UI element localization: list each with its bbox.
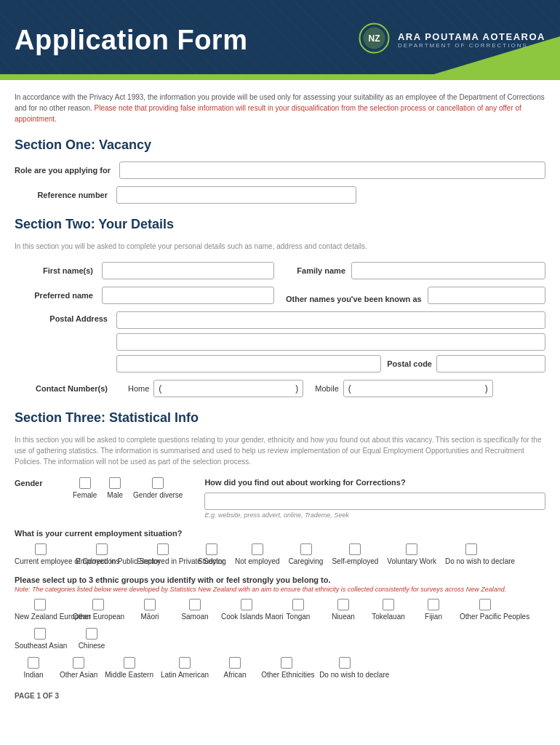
employ-public-checkbox[interactable] [96, 543, 108, 555]
svg-text:NZ: NZ [368, 33, 380, 44]
ethnic-cook-islands-checkbox[interactable] [241, 599, 252, 610]
ethnic-middle-eastern-checkbox[interactable] [124, 657, 135, 669]
ethnic-no-declare-checkbox[interactable] [339, 657, 351, 669]
preferred-name-input[interactable] [102, 287, 274, 304]
ethnicity-title: Please select up to 3 ethnic groups you … [15, 575, 545, 584]
ethnic-chinese-label: Chinese [79, 642, 105, 650]
section-three-subtitle: In this section you will be asked to com… [15, 434, 545, 467]
ethnic-tokelauan-label: Tokelauan [372, 613, 405, 621]
ethnic-tongan-label: Tongan [287, 613, 311, 621]
ethnic-niuean-label: Niuean [332, 613, 355, 621]
ethnic-other-ethnicities-label: Other Ethnicities [261, 671, 312, 679]
section-two: Section Two: Your Details In this sectio… [15, 217, 545, 397]
ethnic-other-asian-label: Other Asian [60, 671, 97, 679]
reference-row: Reference number [15, 186, 545, 204]
first-name-col: First name(s) [15, 262, 274, 279]
first-name-label: First name(s) [15, 266, 102, 275]
ethnic-samoan-checkbox[interactable] [189, 599, 201, 610]
gender-male-item: Male [107, 477, 123, 499]
ethnic-southeast-asian-checkbox[interactable] [34, 628, 46, 640]
reference-input[interactable] [116, 186, 356, 204]
page-content: In accordance with the Privacy Act 1993,… [0, 80, 560, 714]
role-row: Role are you applying for [15, 162, 545, 179]
employ-caregiving: Caregiving [289, 543, 324, 565]
ethnic-tokelauan-checkbox[interactable] [383, 599, 394, 610]
employ-studying-checkbox[interactable] [206, 543, 217, 555]
ethnic-no-declare: Do no wish to declare [319, 657, 370, 679]
role-input[interactable] [119, 162, 545, 179]
postal-label: Postal Address [15, 311, 116, 372]
ethnic-indian-checkbox[interactable] [28, 657, 39, 669]
ethnic-chinese-checkbox[interactable] [86, 628, 97, 640]
find-out-hint: E.g. website, press advert, online, Trad… [204, 511, 545, 519]
first-name-input[interactable] [102, 262, 274, 279]
employment-title: What is your current employment situatio… [15, 529, 545, 538]
mobile-label: Mobile [315, 384, 338, 393]
employ-nodeclare-checkbox[interactable] [465, 543, 477, 555]
other-names-label: Other names you've been known as [286, 294, 428, 304]
ethnic-other-asian-checkbox[interactable] [73, 657, 84, 669]
find-out-label: How did you find out about working for C… [204, 477, 545, 488]
ethnic-nz-european-checkbox[interactable] [34, 599, 46, 610]
employ-selfemployed-label: Self-employed [332, 557, 378, 565]
header-green-bar [0, 74, 560, 80]
postal-code-input[interactable] [436, 355, 545, 372]
ethnic-indian: Indian [15, 657, 52, 679]
mobile-number-input[interactable] [353, 381, 484, 396]
section-two-subtitle: In this section you will be asked to com… [15, 241, 545, 252]
gender-male-checkbox[interactable] [109, 477, 121, 489]
ethnic-other-european-checkbox[interactable] [92, 599, 104, 610]
ethnic-tokelauan: Tokelauan [369, 599, 407, 621]
other-names-input[interactable] [428, 287, 545, 304]
employ-caregiving-label: Caregiving [289, 557, 324, 565]
gender-diverse-checkbox[interactable] [152, 477, 164, 489]
ethnic-fijian-checkbox[interactable] [428, 599, 439, 610]
ethnic-pacific-label: Other Pacific Peoples [460, 613, 511, 621]
home-paren-close: ) [294, 383, 300, 394]
postal-address-line1[interactable] [116, 311, 545, 329]
family-name-input[interactable] [351, 262, 545, 279]
ethnic-niuean-checkbox[interactable] [337, 599, 349, 610]
ethnicity-note: Note: The categories listed below were d… [15, 586, 545, 593]
ethnic-latin-american-checkbox[interactable] [179, 657, 191, 669]
gender-female-checkbox[interactable] [79, 477, 91, 489]
postal-code-row: Postal code [116, 355, 545, 372]
employ-current-checkbox[interactable] [35, 543, 47, 555]
employ-studying-label: Studying [198, 557, 226, 565]
ethnic-african-checkbox[interactable] [229, 657, 241, 669]
employ-voluntary-checkbox[interactable] [406, 543, 417, 555]
postal-address-line2[interactable] [116, 333, 545, 351]
ethnic-latin-american: Latin American [161, 657, 209, 679]
preferred-name-label: Preferred name [15, 291, 102, 300]
employ-selfemployed-checkbox[interactable] [349, 543, 361, 555]
employ-nodeclare-label: Do no wish to declare [445, 557, 497, 565]
ethnic-other-ethnicities-checkbox[interactable] [281, 657, 292, 669]
other-names-col: Other names you've been known as [286, 287, 545, 304]
gender-female-item: Female [73, 477, 97, 499]
postal-block: Postal Address Postal code [15, 311, 545, 372]
ethnic-maori-label: Māori [140, 613, 159, 621]
employ-private-label: Employed in Private Sector [137, 557, 189, 565]
postal-code-label: Postal code [387, 359, 432, 368]
ethnic-tongan-checkbox[interactable] [292, 599, 304, 610]
section-two-title: Section Two: Your Details [15, 217, 545, 232]
employ-caregiving-checkbox[interactable] [300, 543, 312, 555]
ethnic-african-label: African [224, 671, 247, 679]
postal-address-line3[interactable] [116, 355, 381, 372]
app-title: Application Form [15, 25, 247, 56]
home-number-input[interactable] [163, 381, 294, 396]
find-out-input[interactable] [204, 493, 545, 510]
employ-unemployed-label: Not employed [235, 557, 280, 565]
employment-checkboxes: Current employee of Corrections Employed… [15, 543, 545, 565]
employ-unemployed-checkbox[interactable] [252, 543, 263, 555]
ethnic-maori-checkbox[interactable] [144, 599, 156, 610]
ethnic-pacific-checkbox[interactable] [479, 599, 491, 610]
ethnic-cook-islands-label: Cook Islands Maori [221, 613, 272, 621]
employ-current: Current employee of Corrections [15, 543, 67, 565]
logo-sub-name: DEPARTMENT OF CORRECTIONS [398, 42, 545, 49]
family-name-label: Family name [286, 266, 351, 275]
ethnic-southeast-asian: Southeast Asian [15, 628, 65, 650]
ethnic-nz-european: New Zealand European [15, 599, 65, 621]
ethnicity-row-1: New Zealand European Other European Māor… [15, 599, 545, 650]
employ-private-checkbox[interactable] [157, 543, 169, 555]
